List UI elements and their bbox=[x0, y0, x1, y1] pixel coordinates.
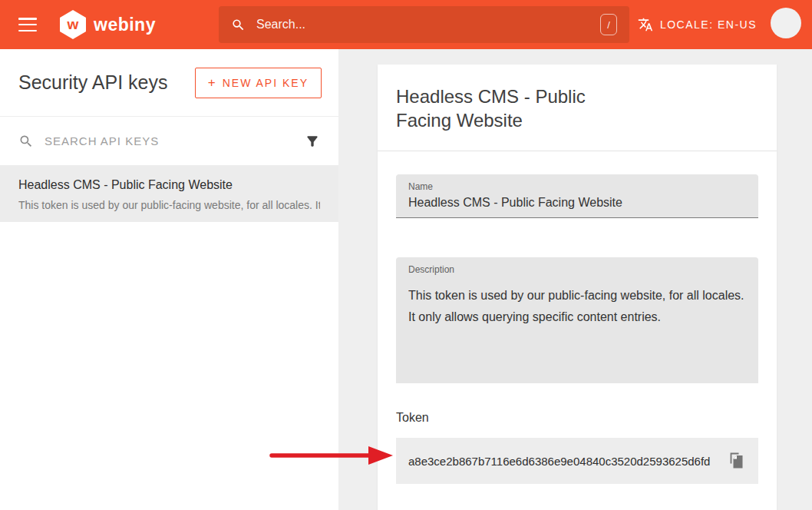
copy-icon bbox=[728, 452, 746, 470]
search-icon bbox=[231, 18, 246, 32]
global-search-input[interactable] bbox=[256, 18, 600, 31]
webiny-logo-hexagon-icon: w bbox=[60, 10, 86, 39]
name-input[interactable] bbox=[408, 196, 746, 210]
name-field: Name bbox=[396, 174, 758, 218]
plus-icon: + bbox=[208, 75, 216, 91]
locale-menu[interactable]: LOCALE: EN-US bbox=[638, 0, 757, 49]
api-key-item-description: This token is used by our public-facing … bbox=[18, 199, 320, 211]
new-api-key-button[interactable]: + NEW API KEY bbox=[195, 68, 322, 98]
webiny-logo-mark: w bbox=[68, 16, 79, 33]
translate-icon bbox=[638, 17, 653, 32]
webiny-logo[interactable]: w webiny bbox=[60, 10, 156, 39]
page-title: Security API keys bbox=[18, 71, 168, 94]
filter-icon bbox=[305, 134, 320, 149]
api-key-item-title: Headless CMS - Public Facing Website bbox=[18, 178, 320, 192]
search-shortcut-badge: / bbox=[600, 14, 617, 35]
search-icon bbox=[18, 134, 34, 149]
locale-label: LOCALE: EN-US bbox=[660, 18, 757, 31]
detail-title: Headless CMS - Public Facing Website bbox=[396, 84, 611, 132]
description-field: Description This token is used by our pu… bbox=[396, 257, 758, 383]
name-field-label: Name bbox=[408, 181, 746, 192]
detail-card-body: Name Description This token is used by o… bbox=[378, 151, 777, 502]
global-search-bar[interactable]: / bbox=[219, 6, 629, 43]
api-keys-panel: Security API keys + NEW API KEY Headless… bbox=[0, 49, 338, 510]
hamburger-menu-icon[interactable] bbox=[18, 18, 37, 31]
app-header: w webiny / LOCALE: EN-US bbox=[0, 0, 812, 49]
webiny-logo-wordmark: webiny bbox=[94, 15, 156, 35]
token-box: a8e3ce2b867b7116e6d6386e9e04840c3520d259… bbox=[396, 438, 758, 484]
api-keys-search-row bbox=[0, 117, 338, 166]
new-api-key-button-label: NEW API KEY bbox=[223, 77, 309, 89]
api-key-detail-card: Headless CMS - Public Facing Website Nam… bbox=[378, 65, 777, 510]
token-label: Token bbox=[396, 411, 758, 425]
description-field-label: Description bbox=[408, 264, 746, 275]
filter-button[interactable] bbox=[305, 134, 320, 149]
api-key-list-item[interactable]: Headless CMS - Public Facing Website Thi… bbox=[0, 166, 338, 222]
avatar[interactable] bbox=[771, 8, 801, 38]
description-textarea[interactable]: This token is used by our public-facing … bbox=[408, 285, 746, 376]
panel-header: Security API keys + NEW API KEY bbox=[0, 49, 338, 117]
token-value: a8e3ce2b867b7116e6d6386e9e04840c3520d259… bbox=[408, 455, 710, 468]
detail-card-header: Headless CMS - Public Facing Website bbox=[378, 65, 777, 151]
copy-token-button[interactable] bbox=[728, 452, 746, 470]
api-keys-search-input[interactable] bbox=[45, 134, 305, 147]
